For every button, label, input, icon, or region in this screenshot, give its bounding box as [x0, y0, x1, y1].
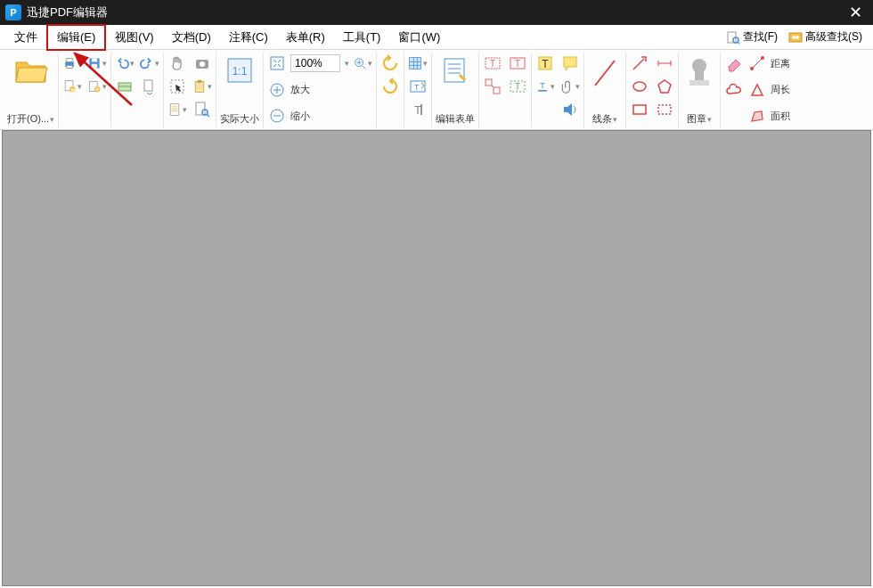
zoom-out-circle[interactable]: [267, 106, 287, 126]
new-from-button[interactable]: ▾: [87, 77, 107, 96]
svg-rect-75: [689, 80, 709, 86]
close-button[interactable]: ✕: [844, 3, 868, 22]
actual-size-label: 实际大小: [220, 112, 259, 126]
menu-file[interactable]: 文件: [5, 26, 46, 49]
zoom-fit-button[interactable]: [267, 53, 287, 73]
group-rotate: [377, 52, 404, 127]
menu-view[interactable]: 视图(V): [106, 26, 162, 49]
rect-button[interactable]: [630, 100, 649, 119]
group-measure: 距离 周长 面积: [721, 52, 794, 127]
text-highlight-icon: T: [536, 54, 554, 72]
doc-list-icon: [167, 101, 182, 118]
clipboard-icon: [192, 78, 207, 95]
menu-document[interactable]: 文档(D): [163, 26, 220, 49]
menu-edit[interactable]: 编辑(E): [46, 24, 106, 51]
redo-button[interactable]: ▾: [140, 53, 159, 73]
undo-button[interactable]: ▾: [115, 53, 135, 73]
fit-page-icon: 1:1: [224, 55, 255, 86]
text-cursor-button[interactable]: T: [408, 100, 428, 119]
group-select-tools: ▾ ▾: [164, 52, 216, 127]
open-button[interactable]: [12, 53, 51, 89]
zoom-in-label: 放大: [290, 83, 310, 96]
app-icon: P: [5, 4, 21, 20]
svg-point-5: [795, 36, 799, 39]
insert-text-button[interactable]: T: [408, 77, 428, 96]
save-button[interactable]: ▾: [87, 53, 107, 73]
document-workspace: [2, 130, 871, 586]
edit-form-label: 编辑表单: [436, 112, 475, 126]
polygon-button[interactable]: [655, 77, 674, 96]
menu-window[interactable]: 窗口(W): [389, 26, 449, 49]
group-file-ops: ▾ ▾ ★▾ ▾: [59, 52, 111, 127]
zoom-input[interactable]: [290, 54, 340, 72]
titlebar: P 迅捷PDF编辑器 ✕: [0, 0, 873, 25]
text-frame-button[interactable]: T: [483, 53, 502, 73]
group-edit-ops: ▾ ▾: [111, 52, 164, 127]
hand-icon: [168, 54, 186, 72]
cloud-button[interactable]: [724, 80, 744, 100]
convert-button[interactable]: [140, 77, 159, 96]
rotate-right-button[interactable]: [380, 77, 400, 96]
actual-size-button[interactable]: 1:1: [223, 53, 257, 87]
hand-tool[interactable]: [167, 53, 187, 73]
dashed-text-button[interactable]: T: [508, 77, 527, 96]
window-title: 迅捷PDF编辑器: [27, 4, 844, 20]
eraser-button[interactable]: [724, 53, 744, 73]
camera-tool[interactable]: [192, 53, 212, 73]
link-text-icon: [484, 78, 502, 95]
svg-rect-48: [445, 59, 464, 82]
adv-find-icon: [788, 30, 803, 45]
zoom-fit-icon: [269, 55, 285, 71]
arrowline-button[interactable]: [630, 53, 649, 73]
find-label: 查找(F): [743, 29, 778, 45]
measure-dist-button[interactable]: [747, 53, 767, 73]
zoom-plus-btn[interactable]: ▾: [353, 53, 372, 73]
save-icon: [87, 54, 102, 72]
text-box-button[interactable]: T: [508, 53, 527, 73]
select-tool[interactable]: [167, 77, 187, 96]
link-text-button[interactable]: [483, 77, 502, 96]
svg-line-67: [633, 59, 644, 69]
menu-form[interactable]: 表单(R): [277, 26, 334, 49]
insert-text-icon: T: [409, 78, 427, 95]
new-from-icon: [87, 78, 102, 95]
svg-text:T: T: [414, 103, 421, 117]
svg-rect-39: [410, 58, 421, 69]
measure-perim-button[interactable]: [747, 80, 767, 100]
ellipse-button[interactable]: [630, 77, 649, 96]
rect-dash-button[interactable]: [655, 100, 674, 119]
stamp-button[interactable]: [682, 53, 716, 93]
scan-icon: [117, 78, 133, 94]
rotate-left-button[interactable]: [380, 53, 400, 73]
new-blank-button[interactable]: ★▾: [62, 77, 82, 96]
measure-area-button[interactable]: [747, 106, 767, 126]
attach-button[interactable]: ▾: [560, 77, 580, 96]
lines-button[interactable]: [588, 53, 622, 93]
menu-tool[interactable]: 工具(T): [334, 26, 390, 49]
dim-arrow-button[interactable]: [655, 53, 674, 73]
highlight-button[interactable]: T: [535, 53, 555, 73]
zoom-in-circle[interactable]: [267, 80, 287, 100]
print-button[interactable]: ▾: [62, 53, 82, 73]
advanced-find-button[interactable]: 高级查找(S): [783, 28, 868, 46]
ribbon: 打开(O)...▾ ▾ ▾ ★▾ ▾ ▾ ▾ ▾ ▾: [0, 50, 873, 130]
speaker-button[interactable]: [560, 100, 580, 119]
measure-distance-icon: [749, 55, 765, 71]
note-button[interactable]: [560, 53, 580, 73]
underline-button[interactable]: T▾: [535, 77, 555, 96]
scan-button[interactable]: [115, 77, 135, 96]
table-button[interactable]: ▾: [408, 53, 428, 73]
measure-perimeter-icon: [749, 82, 765, 98]
edit-form-button[interactable]: [438, 53, 472, 87]
adv-find-label: 高级查找(S): [805, 29, 862, 45]
perimeter-label: 周长: [771, 83, 790, 96]
lines-label: 线条▾: [592, 112, 617, 126]
search-doc-tool[interactable]: [192, 100, 212, 119]
find-button[interactable]: 查找(F): [721, 28, 783, 46]
rect-dash-icon: [656, 101, 673, 118]
doc-list-tool[interactable]: ▾: [167, 100, 187, 119]
menu-comment[interactable]: 注释(C): [220, 26, 277, 49]
group-text-tools: T T T: [479, 52, 532, 127]
clipboard-tool[interactable]: ▾: [192, 77, 212, 96]
group-lines: 线条▾: [584, 52, 626, 127]
